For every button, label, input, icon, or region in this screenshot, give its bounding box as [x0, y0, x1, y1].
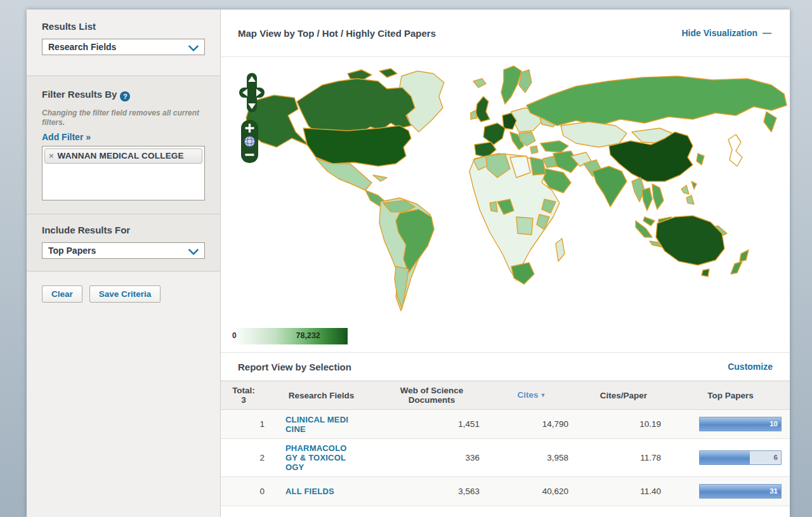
- sidebar-actions: Clear Save Criteria: [27, 272, 220, 517]
- sort-desc-icon: ▼: [540, 392, 546, 398]
- field-link[interactable]: PHARMACOLOGY & TOXICOLOGY: [285, 443, 351, 472]
- hide-visualization-link[interactable]: Hide Visualization—: [681, 28, 771, 38]
- customize-link[interactable]: Customize: [728, 362, 773, 372]
- row-rank: 1: [221, 415, 266, 433]
- main-panel: Map View by Top / Hot / Highly Cited Pap…: [221, 10, 790, 517]
- map-header: Map View by Top / Hot / Highly Cited Pap…: [221, 10, 790, 57]
- globe-icon: [244, 136, 254, 147]
- map-zoom-control[interactable]: [241, 120, 258, 163]
- table-row: 1 CLINICAL MEDICINE 1,451 14,790 10.19 1…: [221, 410, 790, 439]
- row-rank: 2: [221, 448, 266, 467]
- row-cites-per-paper: 10.19: [576, 415, 671, 433]
- map-view: 0 78,232: [221, 57, 790, 352]
- top-papers-bar: 6: [699, 450, 782, 465]
- minimize-icon[interactable]: —: [763, 28, 771, 38]
- map-pan-control[interactable]: [239, 73, 265, 112]
- chevron-down-icon[interactable]: [188, 245, 199, 256]
- row-documents: 336: [376, 448, 487, 467]
- filter-heading: Filter Results By: [42, 89, 117, 100]
- results-list-section: Results List Research Fields: [27, 10, 220, 76]
- clear-button[interactable]: Clear: [42, 285, 82, 303]
- filter-note: Changing the filter field removes all cu…: [42, 108, 205, 128]
- column-header-documents[interactable]: Web of Science Documents: [376, 382, 487, 409]
- world-map[interactable]: [221, 57, 790, 352]
- filter-section: Filter Results By? Changing the filter f…: [27, 76, 220, 214]
- report-header: Report View by Selection Customize: [221, 352, 790, 381]
- column-header-top-papers[interactable]: Top Papers: [671, 387, 790, 404]
- row-cites: 3,958: [487, 448, 576, 467]
- results-list-heading: Results List: [42, 21, 205, 32]
- column-header-cites-per-paper[interactable]: Cites/Paper: [576, 387, 671, 404]
- report-title: Report View by Selection: [238, 362, 351, 372]
- save-criteria-button[interactable]: Save Criteria: [89, 285, 161, 303]
- filter-list: × WANNAN MEDICAL COLLEGE: [42, 146, 205, 200]
- legend-max: 78,232: [296, 331, 320, 340]
- row-cites: 40,620: [487, 482, 576, 501]
- report-table-header: Total:3 Research Fields Web of Science D…: [221, 381, 790, 410]
- remove-filter-icon[interactable]: ×: [49, 152, 54, 160]
- add-filter-link[interactable]: Add Filter »: [42, 132, 91, 142]
- column-header-research-fields[interactable]: Research Fields: [266, 387, 376, 404]
- top-papers-bar-fill: [700, 417, 781, 431]
- top-papers-value: 10: [769, 420, 778, 428]
- row-rank: 0: [221, 482, 266, 501]
- legend-min: 0: [232, 331, 237, 340]
- top-papers-bar-fill: [700, 485, 781, 498]
- field-link[interactable]: CLINICAL MEDICINE: [285, 415, 351, 434]
- filter-chip[interactable]: × WANNAN MEDICAL COLLEGE: [44, 148, 202, 164]
- row-documents: 1,451: [376, 415, 487, 433]
- row-cites-per-paper: 11.40: [576, 482, 671, 501]
- top-papers-bar-fill: [700, 451, 750, 464]
- include-results-heading: Include Results For: [42, 225, 205, 235]
- sidebar: Results List Research Fields Filter Resu…: [27, 10, 221, 517]
- total-count: Total:3: [221, 382, 266, 409]
- report-rows: 1 CLINICAL MEDICINE 1,451 14,790 10.19 1…: [221, 410, 790, 506]
- top-papers-bar: 31: [699, 484, 782, 499]
- app-window: Results List Research Fields Filter Resu…: [27, 10, 790, 517]
- field-link[interactable]: ALL FIELDS: [285, 487, 334, 496]
- row-cites-per-paper: 11.78: [576, 448, 671, 467]
- results-list-value: Research Fields: [48, 42, 116, 52]
- map-controls: [239, 73, 267, 166]
- top-papers-value: 31: [769, 487, 778, 495]
- include-results-section: Include Results For Top Papers: [27, 214, 220, 272]
- results-list-dropdown[interactable]: Research Fields: [42, 39, 205, 55]
- map-title: Map View by Top / Hot / Highly Cited Pap…: [238, 28, 436, 39]
- map-legend: 0 78,232: [230, 328, 348, 344]
- top-papers-value: 6: [774, 454, 778, 461]
- chevron-down-icon[interactable]: [188, 41, 199, 52]
- column-header-cites[interactable]: Cites▼: [487, 386, 576, 404]
- row-cites: 14,790: [487, 415, 576, 433]
- table-row: 0 ALL FIELDS 3,563 40,620 11.40 31: [221, 477, 790, 506]
- filter-chip-label: WANNAN MEDICAL COLLEGE: [58, 151, 184, 160]
- include-results-dropdown[interactable]: Top Papers: [42, 242, 205, 259]
- include-results-value: Top Papers: [48, 245, 96, 256]
- table-row: 2 PHARMACOLOGY & TOXICOLOGY 336 3,958 11…: [221, 439, 790, 477]
- top-papers-bar: 10: [699, 417, 782, 431]
- row-documents: 3,563: [376, 482, 487, 501]
- help-icon[interactable]: ?: [120, 91, 130, 101]
